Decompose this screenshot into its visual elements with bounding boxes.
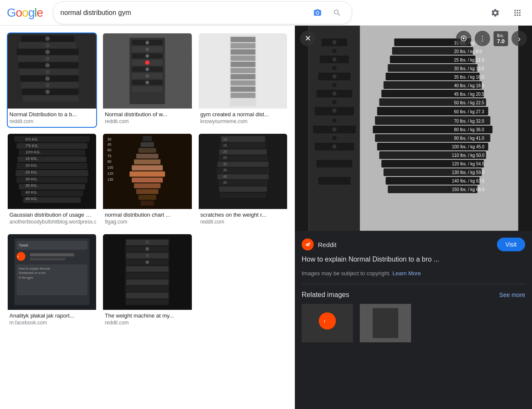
svg-point-164 [332,83,337,87]
see-more-link[interactable]: See more [499,291,525,298]
image-caption-4: Gaussian distribution of usage marks on … [8,209,96,219]
svg-rect-74 [138,148,156,153]
svg-point-165 [332,91,337,96]
image-card-6[interactable]: 10 15 20 25 30 35 40 45 scratches on the… [198,133,288,228]
header-right [488,5,525,21]
svg-rect-44 [230,62,255,67]
image-card-3[interactable]: gym created a normal dist... knowyourmem… [198,32,288,128]
detail-next-button[interactable]: › [511,31,527,46]
svg-text:20 KG.: 20 KG. [25,163,38,168]
image-card-2[interactable]: Normal distribution of w... reddit.com [102,32,192,128]
search-input[interactable] [60,9,305,17]
svg-point-31 [146,47,149,51]
svg-text:25 KG.: 25 KG. [25,171,38,175]
svg-text:90: 90 [108,160,112,164]
svg-rect-45 [230,68,255,73]
svg-rect-43 [230,56,255,61]
detail-lens-button[interactable] [456,31,471,46]
detail-top-controls: ⋮ lbs.7.0 › [456,31,527,46]
image-card-7[interactable]: Tweet r How to explain Normal Distributi… [7,233,97,329]
image-card-8[interactable]: The weight machine at my... reddit.com [102,233,192,329]
svg-point-19 [45,90,50,94]
learn-more-link[interactable]: Learn More [393,270,421,277]
svg-point-162 [332,66,337,70]
svg-point-166 [332,100,337,104]
svg-rect-47 [230,80,255,85]
svg-rect-93 [220,136,265,142]
svg-point-137 [146,254,149,257]
svg-point-12 [45,43,50,47]
svg-text:75: 75 [108,154,112,158]
image-caption-2: Normal distribution of w... [103,109,191,118]
svg-text:30 lbs. / kg 13.5: 30 lbs. / kg 13.5 [454,66,485,71]
svg-point-167 [332,109,337,113]
svg-text:45 KG.: 45 KG. [25,197,38,201]
apps-button[interactable] [510,5,525,21]
svg-point-160 [332,49,337,53]
svg-point-169 [332,127,337,132]
image-grid: Normal Distribution to a b... reddit.com [7,32,288,329]
svg-rect-157 [318,177,351,185]
reddit-icon [302,238,314,250]
image-card-1[interactable]: Normal Distribution to a b... reddit.com [7,32,97,128]
image-source-6: reddit.com [199,219,287,227]
detail-source-info: lbs.7.0 [494,31,508,46]
detail-close-button[interactable]: ✕ [300,31,315,46]
svg-point-213 [306,244,307,245]
svg-text:20 lbs. / kg 9.0: 20 lbs. / kg 9.0 [454,49,482,54]
svg-rect-132 [126,286,169,292]
svg-point-17 [45,77,50,81]
svg-rect-42 [230,49,255,54]
svg-text:r: r [18,255,19,259]
svg-rect-75 [136,154,159,159]
svg-point-161 [332,57,337,62]
svg-rect-10 [23,95,79,102]
svg-rect-154 [316,151,353,159]
svg-point-214 [308,244,309,245]
detail-divider [302,284,525,284]
search-button[interactable] [329,5,345,21]
image-thumb-8 [103,234,191,309]
svg-text:25: 25 [223,156,227,160]
main-content: Normal Distribution to a b... reddit.com [0,26,532,409]
svg-point-13 [45,50,50,54]
camera-search-button[interactable] [310,5,325,21]
detail-more-button[interactable]: ⋮ [475,31,490,46]
svg-point-171 [332,144,337,149]
svg-text:Distribution to a bro: Distribution to a bro [19,271,46,275]
svg-point-168 [332,118,337,123]
svg-text:35 KG.: 35 KG. [25,184,38,188]
svg-text:135: 135 [108,177,114,182]
image-caption-6: scratches on the weight r... [199,209,287,219]
svg-text:45: 45 [108,142,112,147]
image-source-8: reddit.com [103,320,191,328]
copyright-row: Images may be subject to copyright. Lear… [302,269,525,277]
svg-text:35: 35 [223,168,227,172]
svg-point-16 [45,70,50,74]
svg-text:15: 15 [223,143,227,147]
settings-button[interactable] [488,5,503,21]
image-thumb-4: 5'0 KG. 7'5 KG. 10'0 KG. 15 KG. 20 KG. 2… [8,134,96,209]
svg-rect-82 [138,195,156,200]
svg-rect-48 [230,86,255,91]
search-bar [53,1,352,24]
related-image-1[interactable]: r [302,304,353,342]
svg-text:70 lbs. / kg 32.0: 70 lbs. / kg 32.0 [454,119,485,124]
svg-rect-118 [30,258,65,260]
google-logo[interactable]: Google [7,6,43,20]
svg-text:105: 105 [108,165,114,170]
image-caption-8: The weight machine at my... [103,310,191,320]
svg-rect-29 [132,86,163,91]
svg-point-14 [45,56,50,61]
svg-rect-134 [126,300,169,305]
svg-rect-155 [317,160,353,168]
image-card-5[interactable]: 30 45 60 75 90 105 120 135 normal distri… [102,133,192,228]
svg-text:10: 10 [223,137,227,141]
svg-rect-130 [126,273,169,279]
visit-button[interactable]: Visit [497,238,525,251]
image-card-4[interactable]: 5'0 KG. 7'5 KG. 10'0 KG. 15 KG. 20 KG. 2… [7,133,97,228]
related-images-header: Related images See more [302,291,525,299]
svg-point-35 [146,74,149,77]
gear-icon [491,8,500,18]
related-image-2[interactable] [360,304,411,342]
